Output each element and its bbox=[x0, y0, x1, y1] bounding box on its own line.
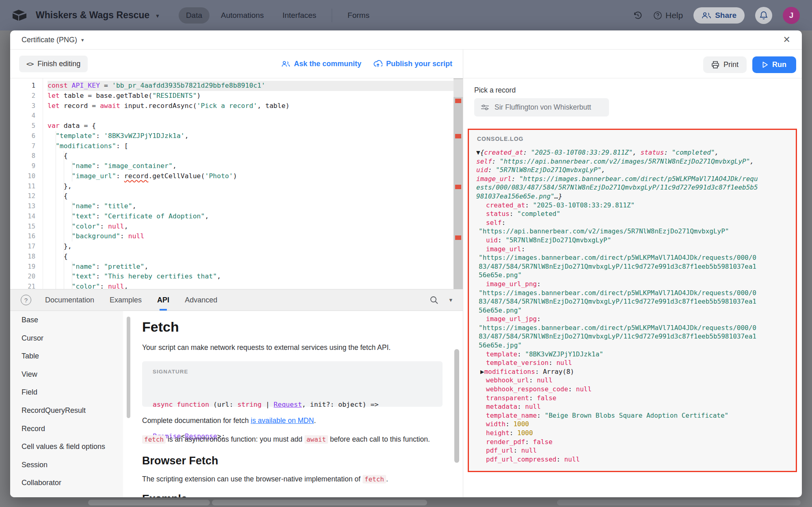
token: 56e65e.jpg" bbox=[479, 341, 522, 349]
docs-tab-documentation[interactable]: Documentation bbox=[45, 289, 94, 311]
code-line[interactable]: var data = { bbox=[48, 121, 454, 131]
finish-editing-button[interactable]: <> Finish editing bbox=[19, 56, 88, 72]
signature-box: SIGNATURE async function (url: string | … bbox=[142, 361, 443, 407]
token: image_url bbox=[486, 245, 521, 253]
code-line[interactable]: "color": null, bbox=[48, 282, 454, 289]
token: status bbox=[486, 210, 510, 218]
code-line[interactable]: { bbox=[48, 151, 454, 161]
docs-sidebar-item[interactable]: Field bbox=[10, 383, 123, 401]
chevron-down-icon[interactable]: ▾ bbox=[81, 37, 84, 43]
app-tab-interfaces[interactable]: Interfaces bbox=[275, 7, 324, 24]
docs-sidebar-item[interactable]: RecordQueryResult bbox=[10, 401, 123, 420]
docs-tab-api[interactable]: API bbox=[157, 289, 169, 311]
console-line: 83/487/584/5R7NlW8nEzjDo271QmvbxgLyP/11c… bbox=[476, 262, 792, 271]
code-line[interactable] bbox=[48, 111, 454, 121]
app-tab-data[interactable]: Data bbox=[179, 7, 209, 24]
code-line[interactable]: "template": '8BK3vWZJPjY1DJzk1a', bbox=[48, 131, 454, 141]
docs-sidebar-item[interactable]: Session bbox=[10, 456, 123, 474]
token: Request bbox=[274, 401, 302, 408]
app-tab-forms[interactable]: Forms bbox=[340, 7, 377, 24]
help-button[interactable]: Help bbox=[653, 11, 683, 20]
token: null bbox=[556, 359, 572, 367]
code-line[interactable]: "background": null bbox=[48, 231, 454, 242]
token: : bbox=[517, 403, 525, 410]
close-icon[interactable]: ✕ bbox=[783, 35, 790, 45]
docs-sidebar-item[interactable]: Cursor bbox=[10, 329, 123, 347]
token: : bbox=[549, 359, 556, 367]
app-tab-automations[interactable]: Automations bbox=[214, 7, 271, 24]
code-line[interactable]: { bbox=[48, 252, 454, 262]
docs-sidebar-item[interactable]: Record bbox=[10, 420, 123, 438]
scrollbar-thumb[interactable] bbox=[454, 79, 463, 97]
code-line[interactable]: "image_url": record.getCellValue('Photo'… bbox=[48, 171, 454, 181]
console-line: image_url_jpg: bbox=[476, 315, 792, 324]
docs-body: BaseCursorTableViewFieldRecordQueryResul… bbox=[10, 311, 463, 497]
token: "completed" bbox=[517, 210, 560, 218]
code-line[interactable]: "text": "This hereby certifies that", bbox=[48, 272, 454, 282]
code-line[interactable]: }, bbox=[48, 181, 454, 192]
token: , bbox=[124, 283, 128, 289]
token bbox=[48, 132, 56, 140]
indent-guide bbox=[64, 151, 64, 289]
line-number: 15 bbox=[10, 222, 43, 232]
code-editor[interactable]: 123456789101112131415161718192021 const … bbox=[10, 78, 454, 289]
docs-tab-advanced[interactable]: Advanced bbox=[185, 289, 217, 311]
token: { bbox=[48, 252, 68, 260]
token: , bbox=[124, 222, 128, 230]
code-line[interactable]: const API_KEY = 'bb_pr_4aafdd3935b7821d2… bbox=[48, 81, 454, 91]
code-line[interactable]: "text": "Certificate of Adoption", bbox=[48, 211, 454, 222]
code-line[interactable]: let table = base.getTable("RESIDENTS") bbox=[48, 91, 454, 101]
picker-value: Sir Fluffington von Whiskerbutt bbox=[495, 103, 591, 112]
record-picker[interactable]: Sir Fluffington von Whiskerbutt bbox=[474, 98, 609, 117]
console-line: render_pdf: false bbox=[476, 438, 792, 447]
run-label: Run bbox=[772, 60, 786, 69]
line-number: 16 bbox=[10, 231, 43, 242]
avatar[interactable]: J bbox=[783, 7, 800, 24]
sidebar-scrollbar-thumb[interactable] bbox=[127, 317, 130, 418]
token bbox=[48, 202, 72, 210]
doc-link[interactable]: is available on MDN bbox=[251, 416, 314, 425]
token: "This hereby certifies that" bbox=[104, 272, 217, 280]
finish-editing-label: Finish editing bbox=[37, 60, 80, 68]
code-line[interactable]: { bbox=[48, 191, 454, 201]
run-button[interactable]: Run bbox=[752, 56, 796, 73]
token: table = base.getTable( bbox=[60, 92, 152, 99]
docs-sidebar-item[interactable]: Base bbox=[10, 311, 123, 329]
docs-content: Fetch Your script can make network reque… bbox=[142, 311, 463, 497]
docs-sidebar-item[interactable]: Cell values & field options bbox=[10, 438, 123, 456]
history-icon[interactable] bbox=[633, 11, 643, 20]
workspace-title[interactable]: Whiskers & Wags Rescue bbox=[36, 10, 149, 21]
code-line[interactable]: "modifications": [ bbox=[48, 141, 454, 151]
search-icon[interactable] bbox=[430, 296, 438, 304]
print-button[interactable]: Print bbox=[703, 56, 747, 73]
notifications-button[interactable] bbox=[755, 7, 772, 24]
ask-community-link[interactable]: Ask the community bbox=[281, 60, 361, 68]
inline-code: await bbox=[304, 435, 328, 444]
code-line[interactable]: "name": "pretitle", bbox=[48, 262, 454, 272]
code-line[interactable]: "color": null, bbox=[48, 222, 454, 232]
docs-scrollbar-thumb[interactable] bbox=[454, 349, 459, 463]
share-button[interactable]: Share bbox=[693, 7, 745, 24]
collapse-docs-icon[interactable]: ▾ bbox=[449, 296, 452, 304]
line-number: 9 bbox=[10, 161, 43, 171]
editor-scrollbar[interactable] bbox=[454, 78, 463, 289]
docs-sidebar-item[interactable]: Table bbox=[10, 347, 123, 365]
code-line[interactable]: }, bbox=[48, 242, 454, 252]
code-line[interactable]: "name": "title", bbox=[48, 201, 454, 211]
docs-tabbar: ? DocumentationExamplesAPIAdvanced ▾ bbox=[10, 289, 463, 311]
chevron-down-icon[interactable]: ▾ bbox=[156, 12, 159, 19]
token: uid bbox=[486, 236, 498, 244]
script-title[interactable]: Certificate (PNG) bbox=[22, 36, 77, 44]
docs-sidebar-item[interactable]: View bbox=[10, 365, 123, 384]
token: : bbox=[535, 368, 543, 375]
console-line: height: 1000 bbox=[476, 429, 792, 438]
docs-sidebar-item[interactable]: Collaborator bbox=[10, 474, 123, 492]
docs-tab-examples[interactable]: Examples bbox=[110, 289, 142, 311]
publish-script-link[interactable]: Publish your script bbox=[374, 60, 452, 68]
signature-label: SIGNATURE bbox=[153, 369, 188, 375]
token: webhook_response_code bbox=[486, 385, 568, 393]
error-marker bbox=[455, 235, 461, 240]
code-line[interactable]: "name": "image_container", bbox=[48, 161, 454, 171]
code-line[interactable]: let record = await input.recordAsync('Pi… bbox=[48, 101, 454, 111]
token: 83/487/584/5R7NlW8nEzjDo271QmvbxgLyP/11c… bbox=[479, 263, 756, 270]
